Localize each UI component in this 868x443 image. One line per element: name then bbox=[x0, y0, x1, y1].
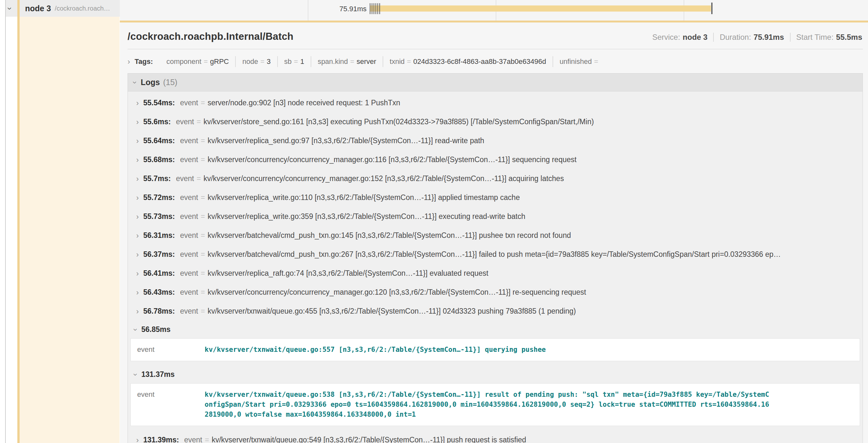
log-entry[interactable]: ›55.72ms:event=kv/kvserver/replica_write… bbox=[128, 188, 863, 207]
equals-sign: = bbox=[260, 58, 265, 66]
equals-sign: = bbox=[201, 193, 205, 202]
equals-sign: = bbox=[294, 58, 298, 66]
log-entry-header[interactable]: ›131.37ms bbox=[128, 366, 863, 383]
log-entry-header[interactable]: ›56.85ms bbox=[128, 321, 863, 338]
log-message: kv/kvserver/replica_write.go:359 [n3,s3,… bbox=[208, 212, 525, 221]
equals-sign: = bbox=[201, 307, 205, 315]
log-timestamp: 131.39ms: bbox=[143, 436, 179, 443]
log-field-name: event bbox=[176, 174, 194, 183]
meta-value: 55.5ms bbox=[836, 33, 862, 41]
log-entry[interactable]: ›55.54ms:event=server/node.go:902 [n3] n… bbox=[128, 94, 863, 112]
log-timestamp: 56.85ms bbox=[141, 325, 170, 334]
log-entry[interactable]: ›131.39ms:event=kv/kvserver/txnwait/queu… bbox=[128, 431, 863, 443]
logs-section-header[interactable]: › Logs (15) bbox=[128, 73, 863, 92]
log-entry-expanded: ›131.37mseventkv/kvserver/txnwait/queue.… bbox=[128, 366, 863, 426]
chevron-right-icon: › bbox=[127, 58, 130, 66]
timeline-row[interactable]: 75.91ms bbox=[120, 0, 868, 21]
log-timestamp: 131.37ms bbox=[141, 370, 175, 379]
equals-sign: = bbox=[201, 269, 205, 278]
log-message: kv/kvserver/replica_write.go:110 [n3,s3,… bbox=[208, 193, 520, 202]
chevron-down-icon[interactable]: › bbox=[5, 7, 15, 10]
tag-item: component=gRPC bbox=[160, 56, 235, 67]
log-entry[interactable]: ›55.64ms:event=kv/kvserver/replica_send.… bbox=[128, 131, 863, 150]
log-timestamp: 55.73ms: bbox=[143, 212, 175, 221]
log-timestamp: 56.37ms: bbox=[143, 250, 175, 259]
equals-sign: = bbox=[201, 231, 205, 240]
tags-list: component=gRPCnode=3sb=1span.kind=server… bbox=[160, 56, 607, 67]
tag-key: unfinished bbox=[560, 58, 592, 66]
service-color-bar bbox=[17, 0, 20, 443]
log-field-name: event bbox=[180, 269, 198, 278]
equals-sign: = bbox=[407, 58, 411, 66]
log-message: kv/kvserver/replica_raft.go:74 [n3,s3,r6… bbox=[208, 269, 488, 278]
meta-label: Start Time: bbox=[796, 33, 834, 41]
log-field-name: event bbox=[137, 345, 205, 355]
chevron-down-icon: › bbox=[131, 81, 139, 84]
logs-title: Logs bbox=[141, 78, 160, 87]
logs-count: (15) bbox=[163, 78, 177, 87]
log-timestamp: 55.68ms: bbox=[143, 156, 175, 164]
log-timestamp: 55.6ms: bbox=[143, 117, 171, 126]
tag-value: 024d3323-6c8f-4863-aa8b-37ab0e63496d bbox=[413, 58, 546, 66]
tag-key: sb bbox=[284, 58, 292, 66]
log-message: kv/kvserver/store_send.go:161 [n3,s3] ex… bbox=[203, 117, 594, 126]
meta-value: node 3 bbox=[683, 33, 707, 41]
tag-value: server bbox=[356, 58, 376, 66]
log-message: kv/kvserver/batcheval/cmd_push_txn.go:14… bbox=[208, 231, 571, 240]
chevron-down-icon: › bbox=[132, 373, 140, 376]
log-message: kv/kvserver/replica_send.go:97 [n3,s3,r6… bbox=[208, 136, 484, 145]
log-field-name: event bbox=[180, 212, 198, 221]
span-duration-bar[interactable] bbox=[370, 5, 711, 11]
log-message: kv/kvserver/txnwait/queue.go:557 [n3,s3,… bbox=[205, 345, 770, 355]
equals-sign: = bbox=[594, 58, 598, 66]
span-meta: Service:node 3Duration:75.91msStart Time… bbox=[646, 33, 863, 42]
tag-key: txnid bbox=[390, 58, 404, 66]
log-field-name: event bbox=[176, 117, 194, 126]
chevron-right-icon: › bbox=[136, 270, 139, 277]
tag-key: span.kind bbox=[318, 58, 348, 66]
log-field-name: event bbox=[184, 436, 202, 443]
equals-sign: = bbox=[196, 174, 201, 183]
log-entry[interactable]: ›55.6ms:event=kv/kvserver/store_send.go:… bbox=[128, 112, 863, 131]
log-entry[interactable]: ›56.41ms:event=kv/kvserver/replica_raft.… bbox=[128, 264, 863, 283]
equals-sign: = bbox=[201, 156, 205, 164]
equals-sign: = bbox=[201, 99, 205, 107]
log-entry[interactable]: ›56.78ms:event=kv/kvserver/txnwait/queue… bbox=[128, 302, 863, 321]
log-entry[interactable]: ›56.31ms:event=kv/kvserver/batcheval/cmd… bbox=[128, 226, 863, 245]
log-message: kv/kvserver/txnwait/queue.go:455 [n3,s3,… bbox=[208, 307, 576, 315]
span-meta-item: Start Time:55.5ms bbox=[790, 33, 863, 42]
chevron-down-icon: › bbox=[132, 329, 140, 331]
tag-key: component bbox=[166, 58, 202, 66]
chevron-right-icon: › bbox=[136, 175, 139, 183]
equals-sign: = bbox=[196, 117, 201, 126]
chevron-right-icon: › bbox=[136, 288, 139, 296]
span-name-cell[interactable]: › node 3 /cockroach.roach… bbox=[6, 0, 120, 17]
meta-label: Service: bbox=[652, 33, 680, 41]
log-field-name: event bbox=[180, 99, 198, 107]
span-meta-item: Duration:75.91ms bbox=[713, 33, 789, 42]
log-field-name: event bbox=[180, 231, 198, 240]
tag-key: node bbox=[242, 58, 258, 66]
log-entry[interactable]: ›55.68ms:event=kv/kvserver/concurrency/c… bbox=[128, 150, 863, 169]
log-message: server/node.go:902 [n3] node received re… bbox=[208, 99, 400, 107]
column-divider[interactable] bbox=[5, 0, 6, 443]
tag-item: sb=1 bbox=[277, 56, 311, 67]
tag-value: 3 bbox=[267, 58, 271, 66]
log-message: kv/kvserver/concurrency/concurrency_mana… bbox=[208, 156, 576, 164]
chevron-right-icon: › bbox=[136, 251, 139, 259]
meta-value: 75.91ms bbox=[754, 33, 784, 41]
tag-item: span.kind=server bbox=[311, 56, 382, 67]
log-entry[interactable]: ›56.37ms:event=kv/kvserver/batcheval/cmd… bbox=[128, 245, 863, 264]
log-field-name: event bbox=[180, 193, 198, 202]
log-field-name: event bbox=[180, 156, 198, 164]
log-entry[interactable]: ›56.43ms:event=kv/kvserver/concurrency/c… bbox=[128, 283, 863, 302]
tags-row[interactable]: › Tags: component=gRPCnode=3sb=1span.kin… bbox=[127, 55, 863, 69]
equals-sign: = bbox=[204, 58, 208, 66]
equals-sign: = bbox=[201, 136, 205, 145]
span-meta-item: Service:node 3 bbox=[646, 33, 713, 42]
divider bbox=[127, 49, 863, 49]
tags-label: Tags: bbox=[134, 58, 153, 66]
log-entry[interactable]: ›55.73ms:event=kv/kvserver/replica_write… bbox=[128, 207, 863, 226]
log-message: kv/kvserver/concurrency/concurrency_mana… bbox=[203, 174, 564, 183]
log-entry[interactable]: ›55.7ms:event=kv/kvserver/concurrency/co… bbox=[128, 169, 863, 188]
